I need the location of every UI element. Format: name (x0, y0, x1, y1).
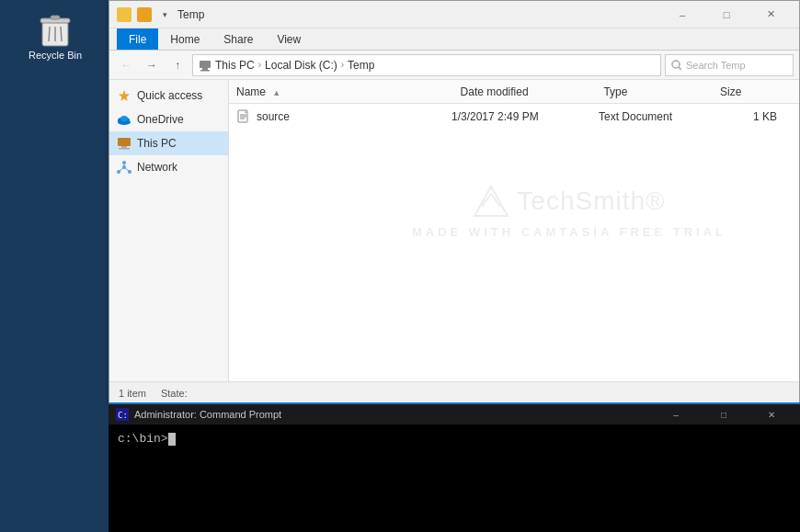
cmd-window: C: Administrator: Command Prompt – □ ✕ c… (109, 404, 800, 532)
column-headers: Name ▲ Date modified Type Size (229, 80, 799, 104)
breadcrumb-thispc[interactable]: This PC (215, 59, 255, 72)
sidebar-item-network[interactable]: Network (109, 155, 228, 179)
state-label: State: (161, 388, 188, 399)
content-pane: Name ▲ Date modified Type Size (229, 80, 799, 381)
file-type: Text Document (599, 110, 718, 123)
star-icon (117, 88, 131, 103)
tab-file[interactable]: File (117, 28, 158, 50)
computer-icon (117, 136, 131, 151)
ribbon-tabs: File Home Share View (109, 28, 799, 51)
main-area: Quick access OneDrive (109, 80, 799, 381)
item-count: 1 item (119, 388, 146, 399)
watermark-tagline: MADE WITH CAMTASIA FREE TRIAL (339, 225, 799, 239)
tab-home[interactable]: Home (158, 28, 211, 50)
pc-icon (199, 59, 211, 72)
svg-line-5 (61, 27, 62, 41)
search-bar[interactable]: Search Temp (665, 54, 794, 76)
sidebar: Quick access OneDrive (109, 80, 229, 381)
svg-rect-17 (121, 146, 127, 148)
breadcrumb-temp[interactable]: Temp (348, 59, 374, 72)
svg-rect-16 (118, 138, 131, 146)
recycle-bin-label: Recycle Bin (29, 50, 82, 61)
svg-line-3 (49, 27, 50, 41)
folder-icon-small2 (137, 7, 152, 22)
sidebar-label-network: Network (137, 161, 177, 174)
col-header-type[interactable]: Type (603, 85, 720, 98)
search-placeholder: Search Temp (686, 60, 746, 71)
toolbar-bar: ← → ↑ This PC › Local Disk (C:) › Temp S… (109, 51, 799, 80)
cmd-title-text: Administrator: Command Prompt (134, 409, 649, 420)
cmd-prompt: c:\bin> (118, 432, 168, 446)
svg-point-15 (120, 116, 128, 121)
tab-share[interactable]: Share (211, 28, 265, 50)
minimize-button[interactable]: – (661, 1, 703, 28)
title-bar-dropdown[interactable]: ▾ (157, 7, 172, 22)
file-date: 1/3/2017 2:49 PM (451, 110, 599, 123)
svg-line-32 (482, 194, 491, 207)
back-button[interactable]: ← (115, 54, 137, 76)
svg-line-23 (119, 167, 124, 172)
sidebar-item-thispc[interactable]: This PC (109, 131, 228, 155)
forward-button[interactable]: → (141, 54, 163, 76)
svg-line-33 (491, 194, 500, 207)
tab-view[interactable]: View (265, 28, 313, 50)
svg-rect-7 (202, 68, 208, 70)
window-controls: – □ ✕ (661, 1, 792, 28)
sidebar-item-quickaccess[interactable]: Quick access (109, 84, 228, 108)
cmd-content[interactable]: c:\bin> (109, 424, 800, 532)
cmd-icon: C: (116, 408, 129, 421)
svg-text:C:: C: (118, 411, 128, 420)
maximize-button[interactable]: □ (705, 1, 748, 28)
sidebar-label-quickaccess: Quick access (137, 89, 202, 102)
file-explorer-window: ▾ Temp – □ ✕ File Home Share View ← → ↑ … (109, 0, 800, 404)
svg-rect-8 (200, 70, 210, 72)
col-header-size[interactable]: Size (720, 85, 792, 98)
svg-line-24 (124, 167, 130, 172)
svg-point-9 (672, 61, 680, 68)
desktop: Recycle Bin (0, 0, 110, 404)
svg-rect-6 (200, 61, 211, 68)
window-title: Temp (177, 8, 656, 21)
table-row[interactable]: source 1/3/2017 2:49 PM Text Document 1 … (229, 104, 799, 130)
col-header-name[interactable]: Name ▲ (236, 85, 461, 98)
watermark-logo: TechSmith® (339, 185, 799, 218)
watermark: TechSmith® MADE WITH CAMTASIA FREE TRIAL (339, 185, 799, 239)
svg-marker-11 (119, 90, 130, 101)
search-icon (671, 60, 682, 71)
close-button[interactable]: ✕ (749, 1, 792, 28)
address-bar[interactable]: This PC › Local Disk (C:) › Temp (192, 54, 661, 76)
svg-rect-2 (51, 16, 60, 19)
text-file-icon (236, 109, 251, 124)
svg-rect-18 (119, 148, 130, 150)
folder-icon-small (117, 7, 131, 22)
techsmith-logo-icon (473, 185, 509, 218)
svg-line-10 (679, 67, 681, 70)
col-header-date[interactable]: Date modified (461, 85, 604, 98)
file-size: 1 KB (718, 110, 792, 123)
svg-marker-31 (474, 187, 508, 216)
cmd-title-bar: C: Administrator: Command Prompt – □ ✕ (109, 404, 800, 424)
sort-arrow: ▲ (272, 88, 280, 97)
recycle-bin-icon[interactable]: Recycle Bin (29, 9, 82, 61)
up-button[interactable]: ↑ (166, 54, 189, 76)
network-icon (117, 160, 131, 175)
cmd-cursor (168, 433, 176, 446)
file-name-cell: source (236, 109, 451, 124)
sidebar-item-onedrive[interactable]: OneDrive (109, 108, 228, 131)
title-bar: ▾ Temp – □ ✕ (109, 1, 799, 28)
file-name: source (257, 110, 290, 123)
cloud-icon (117, 112, 131, 127)
sidebar-label-onedrive: OneDrive (137, 113, 184, 126)
breadcrumb-localdisk[interactable]: Local Disk (C:) (265, 59, 337, 72)
sidebar-label-thispc: This PC (137, 137, 177, 150)
